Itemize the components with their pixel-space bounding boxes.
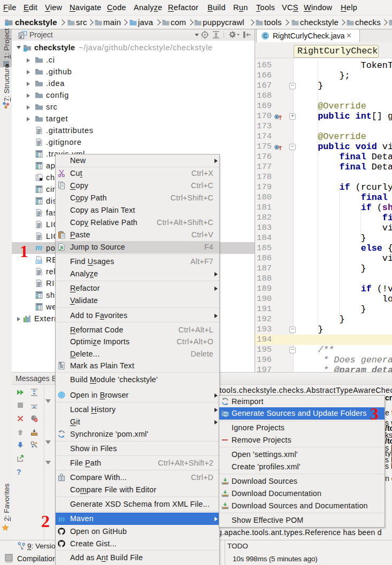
svg-text:C: C [263, 33, 267, 39]
svg-text:MD: MD [36, 260, 42, 264]
